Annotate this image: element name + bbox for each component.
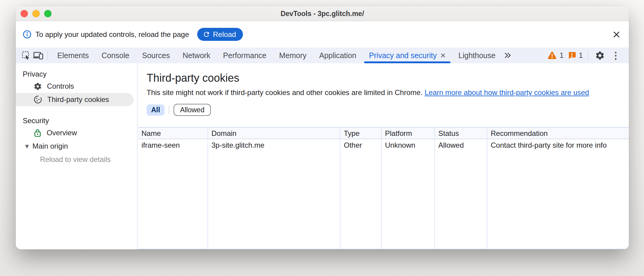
tab-memory[interactable]: Memory — [273, 48, 313, 63]
infobar-close-icon[interactable]: × — [612, 28, 620, 41]
privacy-security-sidebar: Privacy Controls T — [16, 63, 138, 249]
filter-chips: All Allowed — [147, 104, 629, 116]
third-party-cookies-panel: Third-party cookies This site might not … — [138, 63, 629, 249]
tab-elements[interactable]: Elements — [51, 48, 95, 63]
filter-allowed-chip[interactable]: Allowed — [174, 104, 211, 116]
page-header: Third-party cookies This site might not … — [138, 63, 629, 116]
titlebar: DevTools - 3pc.glitch.me/ — [16, 6, 629, 21]
minimize-window-button[interactable] — [32, 10, 40, 17]
tab-console[interactable]: Console — [95, 48, 136, 63]
cookie-icon — [33, 95, 42, 104]
filter-all-chip[interactable]: All — [147, 104, 164, 116]
column-platform: Platform Unknown — [382, 128, 435, 249]
sidebar-item-overview[interactable]: Overview — [16, 126, 134, 140]
sidebar-item-third-party-cookies[interactable]: Third-party cookies — [16, 93, 134, 106]
cell-status[interactable]: Allowed — [435, 139, 487, 151]
cell-domain[interactable]: 3p-site.glitch.me — [208, 139, 340, 151]
toolbar-divider — [588, 51, 589, 60]
sidebar-item-label: Overview — [47, 129, 77, 137]
reload-icon — [203, 31, 210, 38]
sidebar-item-label: Main origin — [32, 142, 68, 150]
cell-recommendation[interactable]: Contact third-party site for more info — [487, 139, 629, 151]
window-title: DevTools - 3pc.glitch.me/ — [16, 6, 629, 21]
page-title: Third-party cookies — [147, 71, 629, 85]
tab-performance[interactable]: Performance — [217, 48, 273, 63]
more-options-icon[interactable]: ⋮ — [610, 50, 622, 61]
sidebar-item-main-origin[interactable]: ▾ Main origin — [16, 140, 134, 153]
cell-type[interactable]: Other — [340, 139, 381, 151]
issues-icon — [568, 51, 576, 60]
sidebar-section-security: Security — [16, 115, 137, 126]
issues-indicator[interactable]: 1 — [568, 51, 583, 60]
devtools-toolbar: Elements Console Sources Network Perform… — [16, 48, 629, 63]
sidebar-item-label: Third-party cookies — [47, 95, 109, 104]
info-icon — [23, 30, 32, 39]
issue-count: 1 — [579, 51, 583, 60]
toolbar-divider — [47, 51, 48, 60]
warning-count: 1 — [559, 51, 563, 60]
zoom-window-button[interactable] — [44, 10, 51, 17]
sidebar-section-privacy: Privacy — [16, 69, 137, 80]
tab-sources[interactable]: Sources — [136, 48, 176, 63]
page-description: This site might not work if third-party … — [147, 88, 629, 97]
reload-to-view-details-note: Reload to view details — [16, 153, 137, 166]
cookies-table: Name iframe-seen Domain 3p-site.glitch.m… — [138, 127, 629, 249]
more-tabs-chevron-icon[interactable] — [502, 49, 514, 62]
tab-application[interactable]: Application — [313, 48, 363, 63]
lock-icon — [33, 128, 42, 137]
tab-lighthouse[interactable]: Lighthouse — [452, 48, 502, 63]
settings-gear-icon[interactable] — [594, 49, 606, 62]
column-header-status[interactable]: Status — [435, 128, 487, 139]
column-header-recommendation[interactable]: Recommendation — [487, 128, 629, 139]
column-header-platform[interactable]: Platform — [382, 128, 434, 139]
infobar: To apply your updated controls, reload t… — [16, 21, 629, 48]
cell-platform[interactable]: Unknown — [382, 139, 434, 151]
chip-divider — [169, 106, 169, 114]
column-header-type[interactable]: Type — [340, 128, 381, 139]
cell-name[interactable]: iframe-seen — [138, 139, 207, 151]
disclosure-triangle-icon[interactable]: ▾ — [24, 142, 30, 150]
column-name: Name iframe-seen — [138, 128, 208, 249]
devtools-window: DevTools - 3pc.glitch.me/ To apply your … — [16, 6, 629, 249]
tab-close-icon[interactable]: × — [440, 51, 446, 60]
column-domain: Domain 3p-site.glitch.me — [208, 128, 340, 249]
tab-network[interactable]: Network — [176, 48, 217, 63]
gear-icon — [33, 82, 42, 91]
toolbar-right-group: 1 1 ⋮ — [547, 49, 629, 62]
close-window-button[interactable] — [21, 10, 28, 17]
warning-triangle-icon — [547, 51, 557, 60]
device-toolbar-icon[interactable] — [32, 49, 44, 62]
warnings-indicator[interactable]: 1 — [547, 51, 563, 60]
column-header-domain[interactable]: Domain — [208, 128, 340, 139]
learn-more-link[interactable]: Learn more about how third-party cookies… — [425, 88, 589, 97]
reload-button-label: Reload — [213, 30, 236, 39]
panel-content: Privacy Controls T — [16, 63, 629, 249]
column-status: Status Allowed — [435, 128, 487, 249]
column-type: Type Other — [340, 128, 382, 249]
inspect-element-icon[interactable] — [20, 49, 32, 62]
column-header-name[interactable]: Name — [138, 128, 207, 139]
column-recommendation: Recommendation Contact third-party site … — [487, 128, 629, 249]
reload-button[interactable]: Reload — [197, 28, 243, 41]
sidebar-item-controls[interactable]: Controls — [16, 80, 134, 93]
sidebar-item-label: Controls — [47, 82, 74, 90]
infobar-message: To apply your updated controls, reload t… — [35, 30, 189, 39]
tab-privacy-and-security[interactable]: Privacy and security × — [363, 48, 452, 63]
